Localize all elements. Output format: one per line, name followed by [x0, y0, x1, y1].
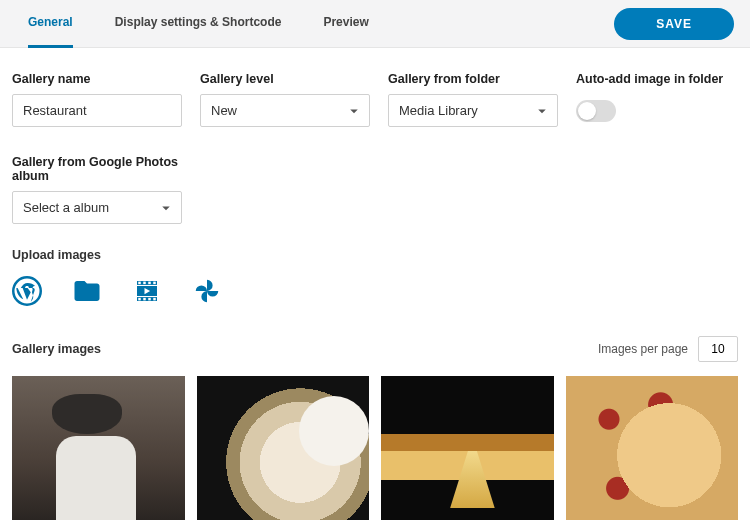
svg-rect-4	[138, 282, 141, 285]
content: Gallery name Gallery level New Gallery f…	[0, 48, 750, 520]
images-per-page-input[interactable]	[698, 336, 738, 362]
field-google-photos: Gallery from Google Photos album Select …	[12, 155, 738, 224]
field-gallery-name: Gallery name	[12, 72, 182, 127]
thumbnails	[12, 376, 738, 520]
gallery-folder-select[interactable]: Media Library	[388, 94, 558, 127]
gallery-name-label: Gallery name	[12, 72, 182, 86]
images-per-page: Images per page	[598, 336, 738, 362]
auto-add-toggle[interactable]	[576, 100, 616, 122]
gallery-level-select[interactable]: New	[200, 94, 370, 127]
tabs: General Display settings & Shortcode Pre…	[28, 0, 369, 48]
svg-rect-9	[143, 298, 146, 301]
tab-general[interactable]: General	[28, 0, 73, 48]
gallery-header: Gallery images Images per page	[12, 336, 738, 362]
gallery-thumb[interactable]	[12, 376, 185, 520]
field-gallery-level: Gallery level New	[200, 72, 370, 127]
gallery-thumb[interactable]	[566, 376, 739, 520]
google-photos-icon[interactable]	[192, 276, 222, 306]
field-auto-add: Auto-add image in folder	[576, 72, 723, 127]
field-gallery-folder: Gallery from folder Media Library	[388, 72, 558, 127]
tab-preview[interactable]: Preview	[323, 0, 368, 48]
gallery-thumb[interactable]	[381, 376, 554, 520]
gallery-folder-label: Gallery from folder	[388, 72, 558, 86]
tab-display[interactable]: Display settings & Shortcode	[115, 0, 282, 48]
video-icon[interactable]	[132, 276, 162, 306]
svg-rect-5	[143, 282, 146, 285]
svg-rect-11	[153, 298, 156, 301]
svg-rect-8	[138, 298, 141, 301]
google-photos-label: Gallery from Google Photos album	[12, 155, 182, 183]
svg-rect-7	[153, 282, 156, 285]
upload-images-label: Upload images	[12, 248, 738, 262]
folder-icon[interactable]	[72, 276, 102, 306]
gallery-images-title: Gallery images	[12, 342, 101, 356]
svg-rect-10	[148, 298, 151, 301]
gallery-level-label: Gallery level	[200, 72, 370, 86]
svg-rect-6	[148, 282, 151, 285]
fields-row-1: Gallery name Gallery level New Gallery f…	[12, 72, 738, 127]
gallery-thumb[interactable]	[197, 376, 370, 520]
upload-icons	[12, 276, 738, 306]
wordpress-icon[interactable]	[12, 276, 42, 306]
fields-row-2: Gallery from Google Photos album Select …	[12, 155, 738, 224]
google-photos-select[interactable]: Select a album	[12, 191, 182, 224]
topbar: General Display settings & Shortcode Pre…	[0, 0, 750, 48]
gallery-name-input[interactable]	[12, 94, 182, 127]
save-button[interactable]: SAVE	[614, 8, 734, 40]
auto-add-label: Auto-add image in folder	[576, 72, 723, 86]
images-per-page-label: Images per page	[598, 342, 688, 356]
